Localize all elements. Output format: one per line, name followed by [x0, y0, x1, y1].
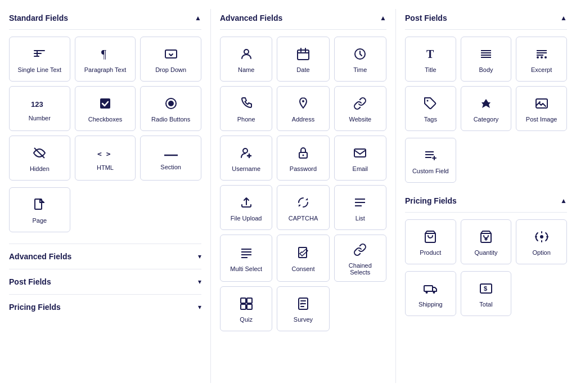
collapsed-post-fields[interactable]: Post Fields ▾ — [9, 269, 201, 294]
field-time[interactable]: Time — [334, 37, 386, 82]
field-survey[interactable]: Survey — [277, 286, 329, 331]
advanced-fields-chevron[interactable]: ▲ — [380, 14, 386, 22]
advanced-fields-header: Advanced Fields ▲ — [220, 9, 386, 30]
pricing-fields-title: Pricing Fields — [405, 196, 457, 205]
option-label: Option — [532, 249, 550, 256]
quiz-label: Quiz — [240, 316, 253, 323]
svg-rect-52 — [424, 286, 433, 291]
svg-text:$: $ — [484, 285, 487, 292]
consent-icon — [296, 246, 310, 262]
field-custom-field[interactable]: Custom Field — [405, 138, 456, 183]
email-label: Email — [353, 165, 368, 172]
field-title[interactable]: T Title — [405, 37, 456, 82]
post-fields-grid-2: Custom Field — [405, 138, 567, 183]
field-product[interactable]: Product — [405, 219, 456, 264]
svg-rect-17 — [354, 149, 366, 157]
field-list[interactable]: List — [334, 185, 386, 230]
svg-rect-28 — [241, 304, 246, 309]
svg-point-5 — [168, 101, 174, 106]
field-paragraph-text[interactable]: ¶ Paragraph Text — [75, 37, 136, 82]
field-username[interactable]: Username — [220, 136, 272, 181]
custom-field-label: Custom Field — [412, 168, 449, 174]
section-label: Section — [160, 164, 181, 170]
paragraph-text-icon: ¶ — [98, 47, 112, 63]
field-checkboxes[interactable]: Checkboxes — [75, 86, 136, 131]
field-section[interactable]: Section — [140, 136, 201, 181]
post-fields-grid: T Title Body Excerpt — [405, 37, 567, 131]
phone-icon — [240, 97, 253, 112]
field-phone[interactable]: Phone — [220, 86, 272, 131]
post-fields-chevron[interactable]: ▲ — [560, 14, 567, 22]
field-name[interactable]: Name — [220, 37, 272, 82]
field-category[interactable]: Category — [461, 86, 512, 131]
middle-panel: Advanced Fields ▲ Name Date — [210, 9, 396, 383]
single-line-text-icon — [33, 48, 46, 63]
multi-select-label: Multi Select — [230, 265, 262, 272]
field-date[interactable]: Date — [277, 37, 329, 82]
collapsed-post-fields-chevron[interactable]: ▾ — [198, 278, 201, 286]
collapsed-pricing-fields[interactable]: Pricing Fields ▾ — [9, 294, 201, 319]
collapsed-advanced-fields-chevron[interactable]: ▾ — [198, 253, 201, 260]
field-consent[interactable]: Consent — [277, 235, 329, 282]
hidden-icon — [33, 146, 46, 162]
address-label: Address — [292, 116, 314, 123]
field-hidden[interactable]: Hidden — [9, 136, 70, 181]
field-quiz[interactable]: Quiz — [220, 286, 272, 331]
total-icon: $ — [479, 282, 493, 298]
hidden-label: Hidden — [30, 165, 50, 172]
body-label: Body — [479, 66, 493, 73]
option-icon — [535, 230, 548, 246]
field-shipping[interactable]: Shipping — [405, 271, 456, 316]
field-email[interactable]: Email — [334, 136, 386, 181]
svg-point-16 — [302, 155, 304, 156]
field-quantity[interactable]: Quantity — [461, 219, 512, 264]
post-image-icon — [535, 97, 548, 112]
field-html[interactable]: < > HTML — [75, 136, 136, 181]
pricing-fields-chevron[interactable]: ▲ — [560, 197, 567, 205]
pricing-fields-grid-2: Shipping $ Total — [405, 271, 567, 316]
field-number[interactable]: 123 Number — [9, 86, 70, 131]
svg-point-13 — [302, 100, 304, 102]
time-label: Time — [353, 66, 367, 73]
field-body[interactable]: Body — [461, 37, 512, 82]
password-label: Password — [290, 165, 317, 172]
field-page[interactable]: Page — [9, 187, 70, 232]
field-tags[interactable]: Tags — [405, 86, 456, 131]
shipping-icon — [424, 282, 437, 298]
field-file-upload[interactable]: File Upload — [220, 185, 272, 230]
field-drop-down[interactable]: Drop Down — [140, 37, 201, 82]
file-upload-label: File Upload — [231, 215, 262, 222]
collapsed-advanced-fields[interactable]: Advanced Fields ▾ — [9, 244, 201, 269]
drop-down-icon — [164, 47, 178, 63]
field-address[interactable]: Address — [277, 86, 329, 131]
collapsed-pricing-fields-chevron[interactable]: ▾ — [198, 303, 201, 311]
field-option[interactable]: Option — [516, 219, 567, 264]
field-total[interactable]: $ Total — [461, 271, 512, 316]
field-single-line-text[interactable]: Single Line Text — [9, 37, 70, 82]
survey-icon — [296, 297, 310, 313]
field-multi-select[interactable]: Multi Select — [220, 235, 272, 282]
file-upload-icon — [240, 196, 253, 211]
svg-point-41 — [537, 56, 539, 58]
field-post-image[interactable]: Post Image — [516, 86, 567, 131]
list-label: List — [356, 215, 365, 222]
body-icon — [479, 47, 493, 63]
single-line-text-label: Single Line Text — [18, 66, 61, 73]
field-website[interactable]: Website — [334, 86, 386, 131]
svg-point-10 — [244, 49, 249, 54]
pricing-fields-header: Pricing Fields ▲ — [405, 192, 567, 213]
advanced-fields-grid: Name Date Time Phone — [220, 37, 386, 331]
field-password[interactable]: Password — [277, 136, 329, 181]
custom-field-icon — [424, 148, 437, 164]
svg-point-53 — [426, 291, 428, 294]
svg-point-40 — [541, 56, 543, 58]
svg-point-39 — [544, 56, 547, 58]
field-captcha[interactable]: CAPTCHA — [277, 185, 329, 230]
field-chained-selects[interactable]: Chained Selects — [334, 235, 386, 282]
field-radio-buttons[interactable]: Radio Buttons — [140, 86, 201, 131]
website-label: Website — [349, 116, 372, 123]
collapsed-pricing-fields-title: Pricing Fields — [9, 303, 61, 312]
svg-rect-27 — [247, 298, 252, 303]
standard-fields-chevron[interactable]: ▲ — [195, 14, 201, 22]
field-excerpt[interactable]: Excerpt — [516, 37, 567, 82]
